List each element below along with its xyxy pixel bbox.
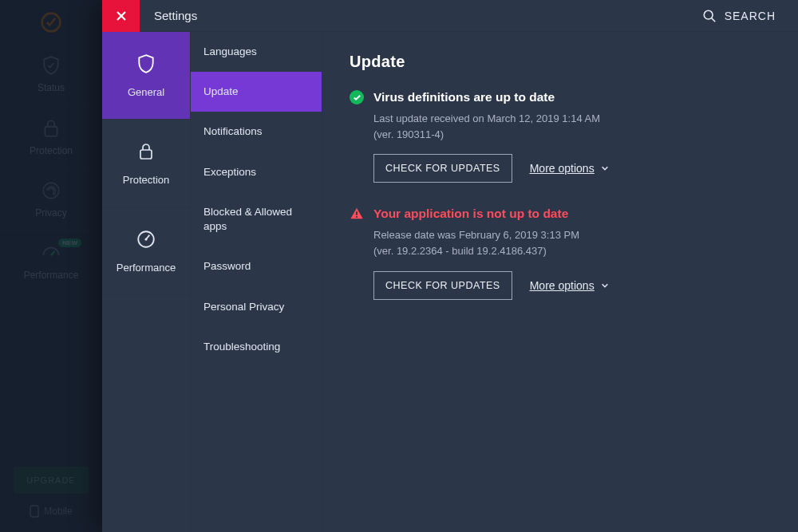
app-update-title: Your application is not up to date [373, 207, 568, 221]
settings-category-rail: General Protection Performance [102, 32, 191, 532]
rail-general[interactable]: General [102, 32, 190, 120]
submenu-notifications[interactable]: Notifications [191, 112, 322, 152]
backdrop-overlay [0, 0, 102, 532]
more-options-virus[interactable]: More options [530, 162, 609, 175]
svg-point-7 [144, 238, 147, 240]
close-button[interactable] [102, 0, 140, 32]
settings-submenu: Languages Update Notifications Exception… [191, 32, 322, 532]
close-icon [116, 10, 127, 22]
more-options-app[interactable]: More options [530, 279, 609, 292]
shield-outline-icon [135, 53, 157, 75]
svg-point-4 [704, 10, 713, 19]
chevron-down-icon [601, 164, 609, 172]
search-label: SEARCH [725, 10, 776, 22]
svg-rect-8 [356, 212, 358, 216]
settings-panel: Settings SEARCH General Protection [102, 0, 798, 532]
page-title: Update [350, 53, 771, 71]
app-update-section: Your application is not up to date Relea… [350, 207, 771, 299]
submenu-troubleshooting[interactable]: Troubleshooting [191, 327, 322, 367]
virus-def-section: Virus definitions are up to date Last up… [350, 90, 771, 183]
app-release-date: Release date was February 6, 2019 3:13 P… [373, 227, 771, 243]
status-ok-icon [350, 90, 364, 104]
virus-def-version: (ver. 190311-4) [373, 127, 771, 143]
submenu-personal-privacy[interactable]: Personal Privacy [191, 287, 322, 327]
rail-label: Performance [117, 262, 176, 274]
status-warn-icon [350, 207, 364, 221]
app-version: (ver. 19.2.2364 - build 19.2.4186.437) [373, 243, 771, 259]
check-updates-virus-button[interactable]: CHECK FOR UPDATES [373, 154, 512, 183]
settings-titlebar: Settings SEARCH [102, 0, 798, 32]
settings-title: Settings [140, 9, 197, 22]
chevron-down-icon [601, 282, 609, 290]
submenu-exceptions[interactable]: Exceptions [191, 152, 322, 192]
gauge-icon [135, 228, 157, 250]
rail-performance[interactable]: Performance [102, 207, 190, 295]
submenu-blocked-allowed[interactable]: Blocked & Allowed apps [191, 192, 322, 246]
virus-def-last-update: Last update received on March 12, 2019 1… [373, 111, 771, 127]
check-updates-app-button[interactable]: CHECK FOR UPDATES [373, 271, 512, 300]
rail-protection[interactable]: Protection [102, 120, 190, 207]
submenu-update[interactable]: Update [191, 72, 322, 112]
search-button[interactable]: SEARCH [702, 9, 798, 23]
lock-icon [135, 140, 157, 163]
search-icon [702, 9, 717, 23]
rail-label: Protection [123, 174, 170, 186]
submenu-password[interactable]: Password [191, 246, 322, 286]
rail-label: General [128, 86, 164, 98]
virus-def-title: Virus definitions are up to date [373, 90, 555, 104]
submenu-languages[interactable]: Languages [191, 32, 322, 72]
content-panel: Update Virus definitions are up to date … [322, 32, 798, 532]
svg-rect-5 [140, 150, 152, 159]
svg-rect-9 [356, 216, 358, 218]
